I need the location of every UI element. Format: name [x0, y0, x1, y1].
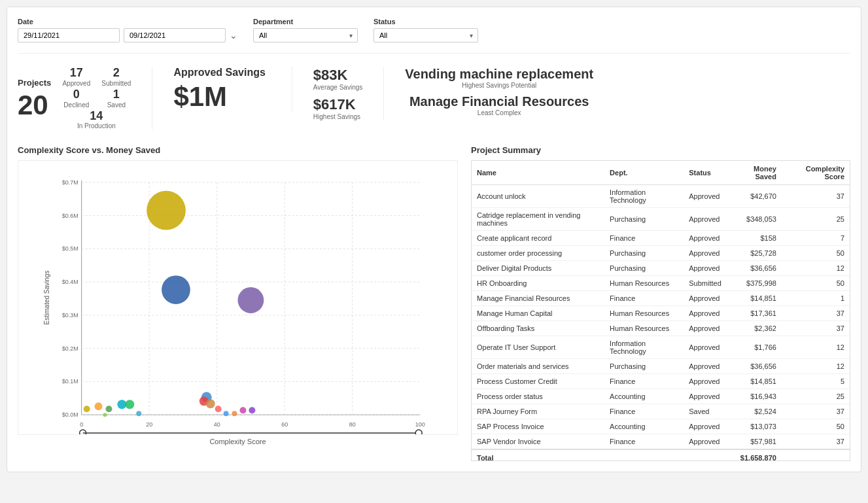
bubble-create-applicant[interactable]	[103, 413, 107, 417]
highlight2-label: Least Complex	[405, 109, 593, 116]
table-body: Account unlock Information Technology Ap…	[472, 185, 850, 450]
slider-right-thumb[interactable]	[415, 430, 422, 434]
cell-dept: Human Resources	[604, 306, 684, 321]
cell-dept: Human Resources	[604, 276, 684, 291]
avg-savings-item: $83K Average Savings	[313, 67, 362, 91]
highlight1-name: Vending machine replacement	[405, 67, 593, 82]
slider-left-thumb[interactable]	[80, 430, 86, 434]
bubble-manage-financial[interactable]	[249, 408, 255, 414]
cell-money: $348,053	[727, 208, 782, 231]
table-row[interactable]: Manage Human Capital Human Resources App…	[472, 306, 850, 321]
cell-money: $1,766	[727, 336, 782, 359]
bubble-order-materials2[interactable]	[125, 400, 134, 409]
cell-dept: Finance	[604, 291, 684, 306]
cell-money: $16,943	[727, 389, 782, 404]
highest-savings-item: $617K Highest Savings	[313, 96, 362, 120]
bubble-process-order[interactable]	[215, 406, 222, 413]
svg-text:100: 100	[415, 421, 425, 428]
table-row[interactable]: Account unlock Information Technology Ap…	[472, 185, 850, 208]
bubble-order-materials[interactable]	[95, 403, 103, 411]
saved-kpi: 1 Saved	[101, 88, 131, 109]
table-row[interactable]: customer order processing Purchasing App…	[472, 246, 850, 261]
dept-select[interactable]: All	[253, 28, 358, 43]
cell-dept: Accounting	[604, 419, 684, 434]
bubble-manage-human[interactable]	[105, 406, 112, 413]
bubble-deliver2[interactable]	[206, 400, 215, 409]
bubble-hr-onboarding[interactable]	[162, 276, 190, 305]
cell-money: $57,981	[727, 434, 782, 450]
cell-complexity: 25	[782, 389, 850, 404]
bubble-offboarding[interactable]	[224, 411, 229, 417]
cell-name: Create applicant record	[472, 231, 604, 246]
table-row[interactable]: HR Onboarding Human Resources Submitted …	[472, 276, 850, 291]
cell-dept: Finance	[604, 231, 684, 246]
status-label: Status	[373, 18, 478, 26]
svg-text:$0.4M: $0.4M	[62, 279, 78, 285]
col-dept: Dept.	[604, 161, 684, 185]
table-header-row: Name Dept. Status Money Saved Complexity…	[472, 161, 850, 185]
highlight2-block: Manage Financial Resources Least Complex	[405, 94, 593, 116]
savings-label: Approved Savings	[173, 67, 265, 78]
cell-status: Approved	[684, 291, 727, 306]
total-empty2	[684, 449, 727, 461]
cell-name: Manage Financial Resources	[472, 291, 604, 306]
cell-money: $375,998	[727, 276, 782, 291]
dashboard: Date ⌄ Department All Status All	[7, 7, 861, 472]
table-row[interactable]: RPA Journey Form Finance Saved $2,524 37	[472, 404, 850, 419]
approved-num: 17	[70, 67, 83, 80]
cell-complexity: 50	[782, 246, 850, 261]
cell-complexity: 37	[782, 434, 850, 450]
col-money: Money Saved	[727, 161, 782, 185]
cell-name: Manage Human Capital	[472, 306, 604, 321]
cell-dept: Information Technology	[604, 185, 684, 208]
date-end-input[interactable]	[124, 28, 226, 43]
table-row[interactable]: Process Customer Credit Finance Approved…	[472, 374, 850, 389]
saved-num: 1	[113, 88, 120, 101]
table-row[interactable]: SAP Vendor Invoice Finance Approved $57,…	[472, 434, 850, 450]
chart-container: Estimated Savings	[18, 160, 458, 435]
table-footer-row: Total $1,658,870	[472, 449, 850, 461]
table-row[interactable]: SAP Process Invoice Accounting Approved …	[472, 419, 850, 434]
status-select[interactable]: All	[373, 28, 478, 43]
highlight1-label: Highest Savings Potential	[405, 82, 593, 89]
bubble-operate-it[interactable]	[136, 411, 141, 417]
x-axis-label: Complexity Score	[18, 438, 457, 445]
table-row[interactable]: Deliver Digital Products Purchasing Appr…	[472, 261, 850, 276]
table-row[interactable]: Create applicant record Finance Approved…	[472, 231, 850, 246]
highest-savings-value: $617K	[313, 96, 362, 113]
table-row[interactable]: Catridge replacement in vending machines…	[472, 208, 850, 231]
table-row[interactable]: Operate IT User Support Information Tech…	[472, 336, 850, 359]
submitted-num: 2	[113, 67, 120, 80]
cell-status: Approved	[684, 246, 727, 261]
cell-status: Saved	[684, 404, 727, 419]
table-row[interactable]: Order materials and services Purchasing …	[472, 359, 850, 374]
cell-money: $13,073	[727, 419, 782, 434]
date-arrow-icon: ⌄	[230, 30, 237, 41]
cell-complexity: 12	[782, 336, 850, 359]
svg-text:60: 60	[281, 421, 288, 428]
cell-complexity: 37	[782, 321, 850, 336]
table-wrapper[interactable]: Name Dept. Status Money Saved Complexity…	[471, 160, 850, 461]
bubble-catridge[interactable]	[147, 191, 186, 230]
chart-title: Complexity Score vs. Money Saved	[18, 145, 458, 155]
table-row[interactable]: Process order status Accounting Approved…	[472, 389, 850, 404]
cell-money: $17,361	[727, 306, 782, 321]
status-select-wrapper: All	[373, 28, 478, 43]
highlight1-block: Vending machine replacement Highest Savi…	[405, 67, 593, 89]
bubble-customer-order[interactable]	[238, 287, 264, 313]
bubble-sap-process[interactable]	[239, 408, 246, 414]
declined-kpi: 0 Declined	[61, 88, 91, 109]
project-summary-table: Name Dept. Status Money Saved Complexity…	[472, 161, 850, 461]
cell-status: Approved	[684, 261, 727, 276]
svg-text:$0.6M: $0.6M	[62, 213, 78, 219]
table-row[interactable]: Offboarding Tasks Human Resources Approv…	[472, 321, 850, 336]
cell-complexity: 37	[782, 404, 850, 419]
col-status: Status	[684, 161, 727, 185]
cell-money: $158	[727, 231, 782, 246]
date-start-input[interactable]	[18, 28, 120, 43]
bubble-process-customer[interactable]	[84, 406, 90, 413]
table-row[interactable]: Manage Financial Resources Finance Appro…	[472, 291, 850, 306]
bubble-rpa-journey[interactable]	[232, 411, 237, 417]
cell-complexity: 37	[782, 306, 850, 321]
bubble-deliver-digital[interactable]	[117, 400, 126, 409]
